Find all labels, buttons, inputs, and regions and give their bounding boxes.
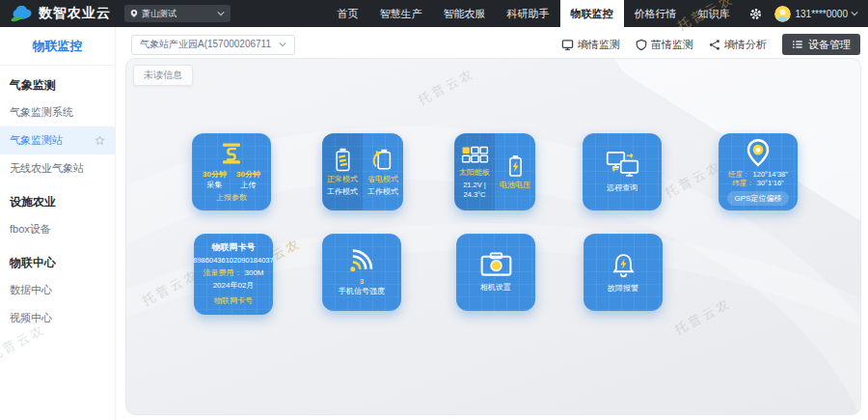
upload-interval-label: 上传 bbox=[236, 181, 260, 190]
card-signal-strength[interactable]: 3 手机信号强度 bbox=[322, 234, 401, 311]
card-sim-number[interactable]: 物联网卡号 89860436102090184037 流量费用： 300M 20… bbox=[194, 234, 273, 315]
monitor-icon bbox=[561, 39, 574, 51]
user-name[interactable]: 131****0000 bbox=[796, 9, 849, 19]
card-remote-query[interactable]: 远程查询 bbox=[583, 133, 662, 210]
card-gps-location[interactable]: 经度： 120°14'38" 纬度： 30°1'16" GPS定位偏移 bbox=[719, 133, 798, 210]
sidebar-item-fbox-device[interactable]: fbox设备 bbox=[0, 215, 115, 243]
sim-title: 物联网卡号 bbox=[212, 242, 256, 253]
nav-item-home[interactable]: 首页 bbox=[327, 0, 369, 27]
solar-values: 21.2V | 24.3°C bbox=[454, 181, 495, 199]
camera-icon bbox=[480, 252, 512, 276]
solar-panel-half[interactable]: 太阳能板 21.2V | 24.3°C bbox=[454, 133, 495, 210]
nav-item-research-assistant[interactable]: 科研助手 bbox=[497, 0, 560, 27]
card-report-params[interactable]: 30分钟 采集 30分钟 上传 上报参数 bbox=[192, 133, 271, 210]
eco-mode-half[interactable]: 省电模式 工作模式 bbox=[363, 133, 403, 210]
card-work-mode[interactable]: 正常模式 工作模式 省电模式 工作模式 bbox=[322, 133, 403, 210]
main-area: 气象站产业园A(157000206711 墒情监测 苗情监测 bbox=[116, 27, 868, 420]
sidebar-section-weather-monitoring: 气象监测 bbox=[0, 66, 115, 98]
card-power-status[interactable]: 太阳能板 21.2V | 24.3°C 电池电压 bbox=[454, 133, 535, 210]
device-select[interactable]: 气象站产业园A(157000206711 bbox=[131, 35, 295, 55]
device-manage-button[interactable]: 设备管理 bbox=[782, 34, 860, 55]
shield-icon bbox=[636, 39, 647, 51]
watermark: 托普云农 bbox=[416, 65, 478, 109]
soil-moisture-monitor-button[interactable]: 墒情监测 bbox=[561, 38, 620, 52]
chevron-down-icon bbox=[279, 42, 286, 47]
toolbar: 气象站产业园A(157000206711 墒情监测 苗情监测 bbox=[116, 27, 868, 58]
seedling-monitor-button[interactable]: 苗情监测 bbox=[636, 38, 693, 52]
unread-info-tag: 未读信息 bbox=[133, 65, 193, 86]
mode-title: 正常模式 bbox=[327, 175, 358, 184]
card-fault-alarm[interactable]: 故障报警 bbox=[583, 234, 663, 311]
watermark: 托普云农 bbox=[140, 266, 203, 310]
share-icon bbox=[709, 39, 720, 51]
sidebar-item-weather-system[interactable]: 气象监测系统 bbox=[0, 98, 115, 126]
solar-title: 太阳能板 bbox=[459, 168, 490, 178]
location-select[interactable]: 萧山测试 bbox=[124, 5, 231, 22]
card-camera-settings[interactable]: 相机设置 bbox=[456, 234, 535, 311]
battery-bolt-icon bbox=[505, 154, 526, 178]
sidebar-item-data-center[interactable]: 数据中心 bbox=[0, 276, 115, 304]
latitude-value: 30°1'16" bbox=[757, 179, 784, 187]
mode-sub: 工作模式 bbox=[367, 187, 398, 197]
top-navbar: 数智农业云 萧山测试 托普云农 首页 智慧生产 智能农服 科研助手 物联监控 价… bbox=[0, 0, 868, 27]
gps-offset-button[interactable]: GPS定位偏移 bbox=[727, 191, 790, 206]
card-title: 上报参数 bbox=[216, 193, 247, 203]
nav-links: 首页 智慧生产 智能农服 科研助手 物联监控 价格行情 知识库 131****0… bbox=[327, 0, 863, 27]
battery-icon bbox=[334, 148, 352, 172]
sidebar-item-label: 气象监测系统 bbox=[10, 105, 73, 120]
nav-item-smart-production[interactable]: 智慧生产 bbox=[369, 0, 433, 27]
card-title: 远程查询 bbox=[607, 183, 637, 193]
report-intervals: 30分钟 采集 30分钟 上传 bbox=[203, 170, 260, 190]
nav-item-smart-service[interactable]: 智能农服 bbox=[433, 0, 497, 27]
toolbar-action-label: 墒情分析 bbox=[724, 38, 767, 52]
avatar[interactable] bbox=[774, 6, 791, 22]
sidebar-section-facility-agriculture: 设施农业 bbox=[0, 182, 115, 215]
sidebar-item-label: 气象监测站 bbox=[10, 133, 63, 148]
sidebar-item-wireless-ag-station[interactable]: 无线农业气象站 bbox=[0, 154, 115, 182]
data-usage-value: 300M bbox=[244, 268, 263, 278]
watermark: 托普云农 bbox=[672, 294, 735, 339]
mode-sub: 工作模式 bbox=[327, 187, 358, 197]
collect-interval-label: 采集 bbox=[203, 181, 227, 190]
card-title: 故障报警 bbox=[608, 284, 638, 294]
data-usage-label: 流量费用： bbox=[203, 268, 241, 278]
gear-icon[interactable] bbox=[741, 0, 771, 27]
toolbar-actions: 墒情监测 苗情监测 墒情分析 设备管理 bbox=[561, 34, 860, 55]
nav-item-iot-monitoring[interactable]: 物联监控 bbox=[560, 0, 624, 27]
latitude-label: 纬度： bbox=[732, 179, 754, 187]
toolbar-action-label: 墒情监测 bbox=[578, 38, 620, 52]
signal-value: 3 bbox=[360, 277, 364, 287]
normal-mode-half[interactable]: 正常模式 工作模式 bbox=[322, 133, 363, 210]
manage-button-label: 设备管理 bbox=[808, 38, 851, 52]
location-pin-icon bbox=[746, 138, 771, 167]
chevron-down-icon[interactable] bbox=[851, 11, 862, 16]
nav-item-knowledge-base[interactable]: 知识库 bbox=[688, 0, 741, 27]
data-exchange-icon bbox=[218, 141, 245, 166]
longitude-value: 120°14'38" bbox=[753, 170, 788, 179]
wifi-signal-icon bbox=[347, 249, 376, 273]
battery-title: 电池电压 bbox=[500, 181, 530, 190]
sidebar-item-weather-station[interactable]: 气象监测站 bbox=[0, 126, 115, 154]
moisture-analysis-button[interactable]: 墒情分析 bbox=[709, 38, 767, 52]
device-select-value: 气象站产业园A(157000206711 bbox=[140, 38, 271, 51]
dual-monitor-icon bbox=[606, 151, 639, 178]
alarm-bell-icon bbox=[611, 252, 636, 279]
toolbar-action-label: 苗情监测 bbox=[651, 38, 693, 52]
star-icon[interactable] bbox=[95, 135, 105, 146]
sidebar-item-label: 视频中心 bbox=[10, 311, 52, 325]
sim-date: 2024年02月 bbox=[213, 281, 255, 291]
map-pin-icon bbox=[130, 9, 138, 18]
sidebar-section-iot-center: 物联中心 bbox=[0, 243, 115, 276]
sim-footer: 物联网卡号 bbox=[214, 296, 253, 306]
card-title: 手机信号强度 bbox=[339, 287, 385, 296]
solar-panel-icon bbox=[461, 145, 489, 165]
sidebar-item-label: 无线农业气象站 bbox=[10, 161, 84, 176]
sidebar: 物联监控 气象监测 气象监测系统 气象监测站 无线农业气象站 设施农业 fbox… bbox=[0, 27, 116, 420]
battery-voltage-half[interactable]: 电池电压 bbox=[495, 133, 535, 210]
longitude-label: 经度： bbox=[728, 170, 750, 179]
sidebar-item-video-center[interactable]: 视频中心 bbox=[0, 304, 115, 332]
battery-refresh-icon bbox=[372, 148, 394, 172]
card-title: 相机设置 bbox=[480, 283, 511, 293]
nav-item-price-quotes[interactable]: 价格行情 bbox=[624, 0, 688, 27]
upload-interval-value: 30分钟 bbox=[236, 170, 260, 180]
